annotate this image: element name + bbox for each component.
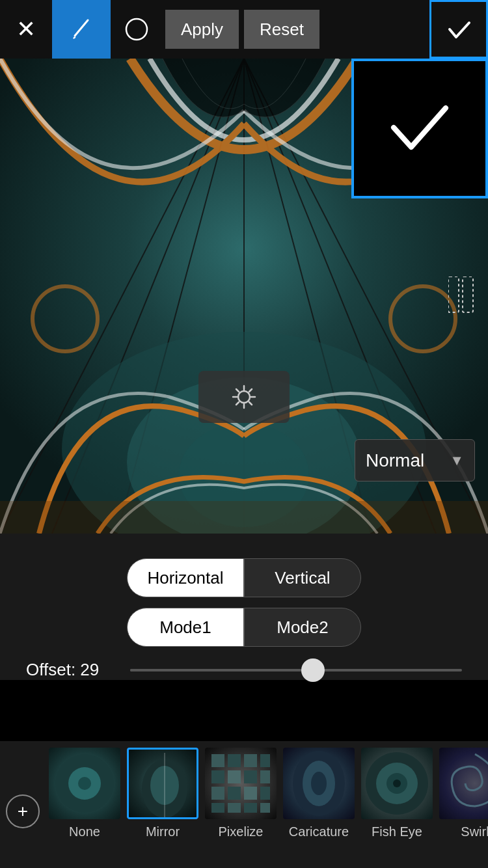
close-icon: ✕ (16, 16, 36, 43)
filter-pixelize-thumb (205, 748, 277, 819)
vertical-button[interactable]: Vertical (244, 558, 361, 597)
filter-fisheye-label: Fish Eye (372, 824, 422, 839)
blend-mode-dropdown[interactable]: Normal ▼ (355, 439, 475, 481)
filter-items-list: None Mirror (46, 748, 488, 839)
dropdown-arrow-icon: ▼ (450, 452, 464, 469)
filter-caricature[interactable]: Caricature (280, 748, 358, 839)
brush-button[interactable] (52, 0, 111, 59)
toolbar: ✕ Apply Reset (0, 0, 488, 59)
circle-tool-icon (122, 15, 151, 44)
svg-rect-48 (260, 803, 270, 813)
svg-rect-42 (228, 787, 241, 800)
confirm-popup[interactable] (351, 59, 488, 198)
offset-label: Offset: 29 (26, 660, 130, 680)
filter-caricature-label: Caricature (289, 824, 349, 839)
svg-point-29 (78, 777, 91, 790)
mode1-button[interactable]: Mode1 (127, 608, 244, 647)
filter-none-thumb (49, 748, 120, 819)
svg-rect-46 (228, 803, 241, 813)
svg-rect-40 (260, 770, 270, 783)
add-icon: + (6, 794, 40, 828)
filter-mirror-thumb (127, 748, 198, 819)
reset-button[interactable]: Reset (244, 10, 319, 49)
controls-area: Horizontal Vertical Mode1 Mode2 Offset: … (0, 534, 488, 680)
filter-fisheye[interactable]: Fish Eye (358, 748, 436, 839)
svg-point-51 (311, 772, 327, 795)
horizontal-button[interactable]: Horizontal (127, 558, 244, 597)
svg-line-24 (236, 402, 239, 405)
svg-rect-38 (228, 770, 241, 783)
filter-none-label: None (69, 824, 100, 839)
filter-pixelize[interactable]: Pixelize (202, 748, 280, 839)
offset-slider[interactable] (130, 669, 462, 671)
grid-icon (448, 277, 474, 316)
svg-rect-43 (244, 787, 257, 800)
direction-toggle-group: Horizontal Vertical (0, 558, 488, 597)
svg-line-22 (249, 402, 252, 405)
circle-button[interactable] (111, 0, 163, 59)
filter-mirror[interactable]: Mirror (124, 748, 202, 839)
slider-thumb[interactable] (301, 658, 325, 682)
filter-row: + None Mirror (0, 741, 488, 868)
svg-rect-41 (211, 787, 224, 800)
svg-line-0 (75, 20, 88, 36)
svg-rect-47 (244, 803, 257, 813)
mode2-button[interactable]: Mode2 (244, 608, 361, 647)
svg-rect-39 (244, 770, 257, 783)
svg-point-16 (238, 391, 250, 403)
apply-button[interactable]: Apply (165, 10, 239, 49)
svg-rect-26 (463, 277, 473, 312)
grid-toggle[interactable] (445, 273, 478, 319)
add-filter-button[interactable]: + (0, 748, 46, 868)
svg-rect-45 (211, 803, 224, 813)
filter-fisheye-thumb (361, 748, 433, 819)
svg-line-23 (249, 389, 252, 392)
gear-icon (228, 381, 260, 413)
confirm-check-icon (444, 15, 473, 44)
confirm-checkmark (384, 92, 455, 166)
blend-mode-label: Normal (366, 450, 424, 471)
filter-pixelize-label: Pixelize (219, 824, 264, 839)
confirm-button[interactable] (429, 0, 488, 59)
filter-mirror-label: Mirror (146, 824, 180, 839)
filter-swirl-label: Swirl (461, 824, 488, 839)
close-button[interactable]: ✕ (0, 0, 52, 59)
svg-rect-44 (260, 787, 270, 800)
svg-point-55 (393, 780, 401, 787)
filter-none[interactable]: None (46, 748, 124, 839)
confirm-checkmark-icon (384, 92, 455, 163)
svg-rect-37 (211, 770, 224, 783)
gear-overlay[interactable] (198, 371, 290, 423)
svg-rect-34 (228, 754, 241, 767)
mode-toggle-group: Mode1 Mode2 (0, 608, 488, 647)
filter-swirl[interactable]: Swirl (436, 748, 488, 839)
svg-rect-36 (260, 754, 270, 767)
svg-line-21 (236, 389, 239, 392)
svg-rect-25 (448, 277, 459, 312)
svg-point-1 (126, 19, 147, 40)
filter-swirl-thumb (439, 748, 488, 819)
brush-icon (67, 15, 96, 44)
svg-rect-15 (0, 501, 488, 534)
svg-rect-35 (244, 754, 257, 767)
svg-rect-33 (211, 754, 224, 767)
offset-row: Offset: 29 (0, 647, 488, 680)
filter-caricature-thumb (283, 748, 355, 819)
